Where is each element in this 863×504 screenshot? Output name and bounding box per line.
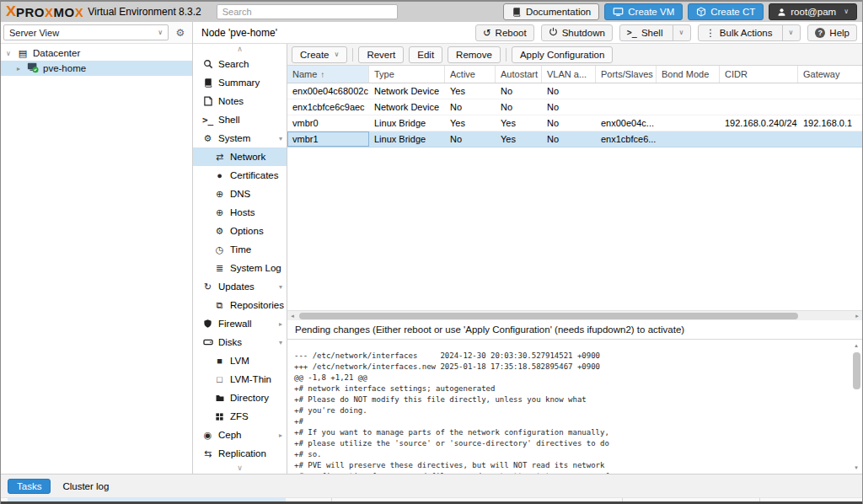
tree-item-datacenter[interactable]: ∨ ▤ Datacenter [1,46,192,61]
user-menu-button[interactable]: root@pam ∨ [769,3,857,20]
clock-icon: ◷ [213,244,226,255]
menu-item-lvm-thin[interactable]: □ LVM-Thin [193,370,287,389]
menu-item-time[interactable]: ◷ Time [193,240,287,259]
list-icon: ≣ [213,263,226,274]
tree-settings-button[interactable]: ⚙ [171,24,190,40]
menu-item-hosts[interactable]: ⊕ Hosts [193,203,287,222]
menu-item-directory[interactable]: Directory [193,389,287,407]
menu-item-search[interactable]: Search [193,55,287,73]
column-label: VLAN a... [547,69,587,79]
reboot-button[interactable]: ↺ Reboot [475,24,534,41]
column-header-type[interactable]: Type [369,66,445,83]
menu-item-notes[interactable]: Notes [193,92,287,110]
pending-changes-title: Pending changes (Either reboot or use 'A… [295,324,684,335]
shell-button[interactable]: >_ Shell ∨ [619,24,691,41]
column-header-vlan-aware[interactable]: VLAN a... [542,66,596,83]
column-header-name[interactable]: Name ↑ [287,66,369,83]
menu-item-label: LVM [230,356,249,366]
menu-item-options[interactable]: ⚙ Options [193,222,287,240]
collapse-icon[interactable]: ▾ [279,135,282,142]
tree-item-pve-home[interactable]: ▸ pve-home [1,61,192,76]
revert-button[interactable]: Revert [358,46,404,63]
view-selector[interactable]: Server View ∨ [3,24,169,40]
global-search-input[interactable] [217,4,398,19]
menu-item-label: LVM-Thin [230,374,271,384]
collapse-icon[interactable]: ▾ [279,339,282,346]
create-button[interactable]: Create ∨ [292,46,347,63]
menu-item-zfs[interactable]: ZFS [193,407,287,426]
table-row-vmbr0[interactable]: vmbr0 Linux Bridge Yes Yes No enx00e04c.… [287,115,862,131]
menu-item-label: ZFS [230,411,249,421]
create-vm-button[interactable]: Create VM [604,3,683,20]
column-header-autostart[interactable]: Autostart [496,66,542,83]
scroll-right-icon[interactable]: ▸ [852,311,862,320]
documentation-button[interactable]: Documentation [503,3,599,20]
tasks-button[interactable]: Tasks [8,479,51,494]
cell-gateway [798,83,862,99]
menu-item-ceph[interactable]: ◉ Ceph ▸ [193,426,287,444]
grid-squares-icon [213,412,226,421]
edit-button[interactable]: Edit [409,46,442,63]
menu-scroll-up[interactable]: ∧ [193,44,287,55]
horizontal-scrollbar[interactable]: ◂ ▸ [287,310,862,320]
expander-down-icon[interactable]: ∨ [4,50,13,57]
menu-item-system-log[interactable]: ≣ System Log [193,259,287,277]
column-header-bond-mode[interactable]: Bond Mode [657,66,720,83]
help-button[interactable]: ? Help [807,24,857,41]
cell-ports-slaves: enx00e04c... [596,115,657,131]
scroll-up-icon[interactable]: ▴ [851,340,861,351]
tree-item-label: pve-home [43,63,86,73]
cell-gateway [798,99,862,115]
menu-item-system[interactable]: ⚙ System ▾ [193,129,287,147]
menu-item-certificates[interactable]: ● Certificates [193,166,287,185]
create-ct-button[interactable]: Create CT [688,3,764,20]
certificate-icon: ● [213,170,226,180]
expand-icon[interactable]: ▸ [279,320,282,328]
remove-button[interactable]: Remove [448,46,501,63]
menu-item-updates[interactable]: ↻ Updates ▾ [193,277,287,296]
shell-dropdown[interactable]: ∨ [673,25,683,40]
menu-item-replication[interactable]: ⇆ Replication [193,444,287,463]
column-header-active[interactable]: Active [445,66,496,83]
refresh-icon: ↻ [201,281,214,292]
collapse-icon[interactable]: ▾ [279,283,282,291]
pending-changes-header: Pending changes (Either reboot or use 'A… [287,320,862,340]
expander-right-icon[interactable]: ▸ [14,65,23,72]
menu-item-repositories[interactable]: ⧉ Repositories [193,296,287,314]
view-selector-label: Server View [9,28,59,38]
gear-icon: ⚙ [176,27,185,39]
table-row-enx1cbfce6c9aec[interactable]: enx1cbfce6c9aec Network Device No No No [287,99,862,115]
horizontal-scrollbar-thumb[interactable] [299,313,798,319]
menu-item-summary[interactable]: Summary [193,73,287,92]
menu-item-disks[interactable]: Disks ▾ [193,333,287,351]
expand-icon[interactable]: ▸ [279,432,282,439]
cell-vlan-aware: No [542,83,596,99]
version-label: Virtual Environment 8.3.2 [88,6,201,18]
bulk-actions-dropdown[interactable]: ∨ [782,25,793,40]
note-icon [201,96,214,106]
bulk-actions-button[interactable]: ⋮ Bulk Actions ∨ [698,24,801,41]
vertical-scrollbar[interactable]: ▴ ▾ [850,340,861,473]
table-row-vmbr1[interactable]: vmbr1 Linux Bridge No Yes No enx1cbfce6.… [287,131,862,147]
scroll-down-icon[interactable]: ▾ [851,463,861,473]
shutdown-button[interactable]: Shutdown [541,24,613,41]
menu-item-dns[interactable]: ⊕ DNS [193,185,287,203]
cell-cidr: 192.168.0.240/24 [720,115,798,131]
scroll-left-icon[interactable]: ◂ [287,311,297,320]
column-header-cidr[interactable]: CIDR [720,66,798,83]
vertical-scrollbar-thumb[interactable] [853,352,860,389]
menu-scroll-down[interactable]: ∨ [193,463,287,474]
menu-item-network[interactable]: ⇄ Network [193,147,287,166]
book-icon [512,7,522,17]
interfaces-grid: enx00e04c68002c Network Device Yes No No… [287,83,862,310]
menu-item-lvm[interactable]: ■ LVM [193,351,287,370]
menu-item-shell[interactable]: >_ Shell [193,110,287,129]
menu-item-firewall[interactable]: Firewall ▸ [193,314,287,333]
column-header-ports-slaves[interactable]: Ports/Slaves [596,66,657,83]
terminal-icon: >_ [201,115,214,126]
apply-configuration-button[interactable]: Apply Configuration [512,46,613,63]
power-icon [549,27,558,38]
table-row-enx00e04c68002c[interactable]: enx00e04c68002c Network Device Yes No No [287,83,862,99]
column-header-gateway[interactable]: Gateway [798,66,862,83]
cluster-log-button[interactable]: Cluster log [54,480,117,493]
